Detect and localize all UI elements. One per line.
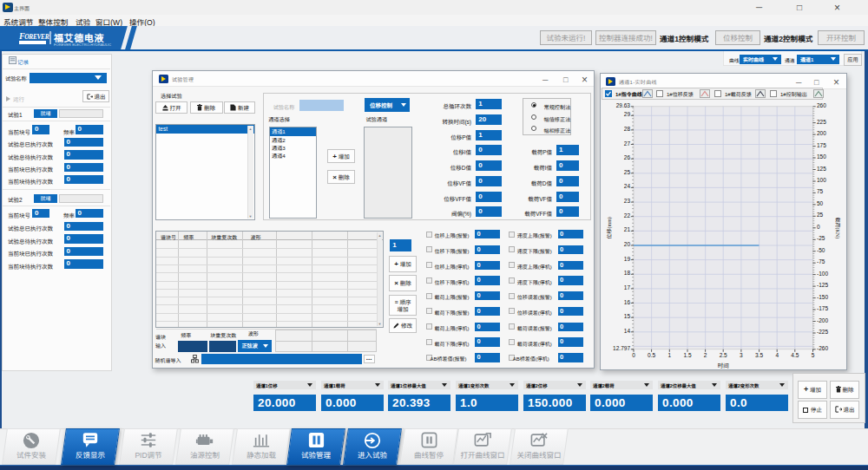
svg-text:18: 18 <box>624 270 631 276</box>
svg-text:-50: -50 <box>817 247 825 253</box>
svg-text:-260: -260 <box>817 345 828 351</box>
svg-text:26: 26 <box>624 154 631 160</box>
svg-text:0: 0 <box>817 224 820 230</box>
svg-text:28: 28 <box>624 126 631 132</box>
svg-text:-150: -150 <box>817 294 828 300</box>
svg-text:225: 225 <box>817 119 826 125</box>
svg-text:2.5: 2.5 <box>720 352 727 358</box>
svg-text:4.5: 4.5 <box>791 352 799 358</box>
svg-text:3.5: 3.5 <box>755 352 763 358</box>
svg-text:5: 5 <box>812 352 815 358</box>
svg-text:3: 3 <box>740 352 743 358</box>
svg-text:14: 14 <box>624 328 631 334</box>
svg-text:100: 100 <box>817 177 826 183</box>
svg-text:20: 20 <box>624 241 631 247</box>
svg-text:22: 22 <box>624 212 631 219</box>
svg-text:21: 21 <box>624 226 631 232</box>
svg-text:23: 23 <box>624 198 631 204</box>
svg-text:-25: -25 <box>817 235 825 241</box>
svg-text:125: 125 <box>817 166 826 172</box>
svg-text:17: 17 <box>624 284 631 290</box>
svg-text:2: 2 <box>704 352 707 358</box>
svg-text:时间: 时间 <box>718 361 729 369</box>
svg-text:50: 50 <box>817 200 824 206</box>
svg-text:15: 15 <box>624 313 631 319</box>
svg-text:-125: -125 <box>817 282 828 288</box>
svg-text:175: 175 <box>817 142 826 148</box>
svg-text:4: 4 <box>775 352 779 358</box>
svg-text:16: 16 <box>624 299 631 305</box>
svg-text:1.5: 1.5 <box>683 352 691 358</box>
svg-text:-175: -175 <box>817 305 828 311</box>
svg-text:260: 260 <box>817 102 826 108</box>
svg-text:25: 25 <box>624 169 631 175</box>
svg-text:150: 150 <box>817 153 826 160</box>
svg-text:-200: -200 <box>817 317 828 323</box>
svg-text:24: 24 <box>624 183 631 189</box>
svg-text:-100: -100 <box>817 271 828 277</box>
svg-text:29: 29 <box>624 111 631 117</box>
svg-text:-225: -225 <box>817 329 828 335</box>
svg-text:0.5: 0.5 <box>648 352 655 358</box>
svg-text:29.63: 29.63 <box>616 102 631 108</box>
svg-text:1: 1 <box>667 352 671 358</box>
svg-text:位移(mm): 位移(mm) <box>605 217 613 238</box>
svg-text:12.797: 12.797 <box>613 345 630 351</box>
svg-text:0: 0 <box>632 352 635 358</box>
svg-text:27: 27 <box>624 140 631 147</box>
svg-text:-75: -75 <box>817 258 825 264</box>
svg-text:75: 75 <box>817 188 824 194</box>
svg-text:19: 19 <box>624 256 631 262</box>
svg-text:25: 25 <box>817 212 824 218</box>
svg-text:载荷(KN): 载荷(KN) <box>834 217 842 238</box>
svg-text:200: 200 <box>817 130 826 136</box>
